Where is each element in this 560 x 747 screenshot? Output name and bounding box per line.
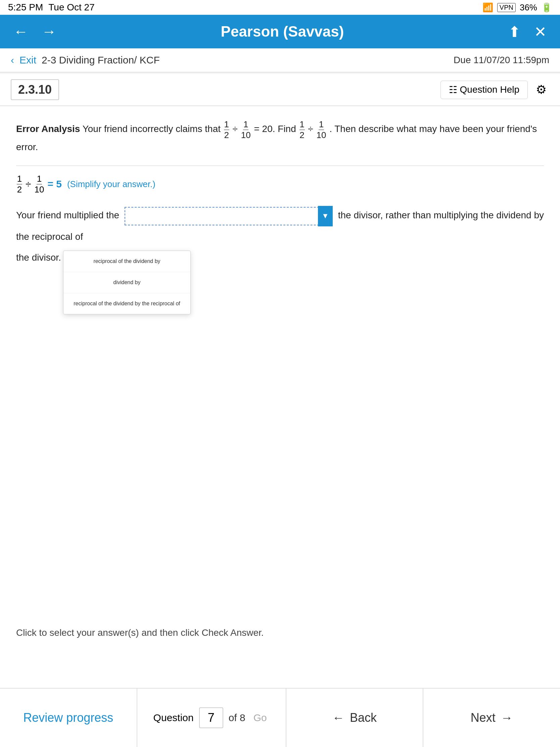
section-right[interactable]: ☷ Question Help ⚙: [441, 80, 549, 99]
frac4-den: 10: [316, 130, 326, 140]
question-number-input[interactable]: [199, 707, 223, 728]
eq-frac1-den: 2: [17, 184, 22, 195]
dropdown-container[interactable]: reciprocal of the dividend by dividend b…: [125, 206, 333, 227]
problem-statement: Error Analysis Your friend incorrectly c…: [16, 120, 544, 155]
fraction-2: 1 10: [241, 120, 251, 140]
eq-frac1: 1 2: [17, 174, 22, 194]
footer-nav: Review progress Question of 8 Go ← Back …: [0, 688, 560, 747]
eq-frac1-num: 1: [17, 174, 22, 184]
equals-20: = 20. Find: [254, 124, 296, 134]
dropdown-wrapper[interactable]: reciprocal of the dividend by dividend b…: [125, 205, 333, 226]
friend-suffix2: the divisor.: [16, 252, 61, 263]
dropdown-option-1[interactable]: reciprocal of the dividend by: [63, 251, 190, 272]
sub-nav: ‹ Exit 2-3 Dividing Fraction/ KCF Due 11…: [0, 48, 560, 73]
section-number: 2.3.10: [11, 79, 59, 100]
lesson-title: 2-3 Dividing Fraction/ KCF: [42, 54, 160, 66]
gear-icon: ⚙: [536, 83, 546, 96]
question-help-button[interactable]: ☷ Question Help: [441, 81, 528, 99]
frac4-num: 1: [319, 120, 324, 130]
fraction-4: 1 10: [316, 120, 326, 140]
eq-frac2-den: 10: [34, 184, 44, 195]
review-progress-button[interactable]: Review progress: [0, 689, 137, 747]
forward-button[interactable]: →: [39, 21, 59, 43]
next-button-footer[interactable]: Next →: [423, 689, 560, 747]
frac3-den: 2: [299, 130, 304, 140]
vpn-badge: VPN: [497, 3, 516, 12]
section-bar: 2.3.10 ☷ Question Help ⚙: [0, 74, 560, 106]
main-content: Error Analysis Your friend incorrectly c…: [0, 106, 560, 644]
next-label: Next: [471, 711, 496, 725]
settings-button[interactable]: ⚙: [533, 80, 549, 99]
of-label: of 8: [229, 712, 245, 723]
frac3-num: 1: [299, 120, 305, 130]
frac2-num: 1: [243, 120, 248, 130]
close-button[interactable]: ✕: [531, 21, 549, 43]
next-arrow-icon: →: [501, 711, 513, 725]
status-left: 5:25 PM Tue Oct 27: [8, 2, 95, 13]
nav-bar: ← → Pearson (Savvas) ⬆ ✕: [0, 15, 560, 48]
list-icon: ☷: [449, 84, 457, 95]
nav-right[interactable]: ⬆ ✕: [506, 21, 549, 43]
problem-text-1: Your friend incorrectly claims that: [83, 124, 220, 134]
equation-result: = 5: [47, 178, 62, 190]
frac2-den: 10: [241, 130, 251, 140]
answer-dropdown[interactable]: reciprocal of the dividend by dividend b…: [125, 207, 333, 225]
frac1-den: 2: [224, 130, 229, 140]
back-label: Back: [350, 711, 377, 725]
question-help-label: Question Help: [460, 84, 519, 95]
back-arrow-icon: ←: [332, 711, 344, 725]
instruction-text: Click to select your answer(s) and then …: [16, 627, 544, 638]
friend-prefix: Your friend multiplied the: [16, 210, 119, 220]
frac1-num: 1: [224, 120, 229, 130]
simplify-note: (Simplify your answer.): [67, 179, 156, 189]
question-label: Question: [154, 712, 194, 723]
exit-arrow-icon: ‹: [11, 54, 14, 66]
fraction-1: 1 2: [224, 120, 229, 140]
dropdown-list[interactable]: reciprocal of the dividend by dividend b…: [63, 251, 191, 314]
date: Tue Oct 27: [48, 2, 94, 13]
status-bar: 5:25 PM Tue Oct 27 📶 VPN 36% 🔋: [0, 0, 560, 15]
eq-frac2-num: 1: [36, 174, 42, 184]
fraction-3: 1 2: [299, 120, 305, 140]
time: 5:25 PM: [8, 2, 43, 13]
error-analysis-label: Error Analysis: [16, 124, 80, 134]
dropdown-option-2[interactable]: dividend by: [63, 272, 190, 293]
dropdown-option-3[interactable]: reciprocal of the dividend by the recipr…: [63, 293, 190, 314]
nav-left[interactable]: ← →: [11, 21, 59, 43]
dropdown-arrow-icon[interactable]: ▼: [318, 206, 333, 227]
divide-sign-2: ÷: [308, 124, 316, 134]
sub-nav-left[interactable]: ‹ Exit 2-3 Dividing Fraction/ KCF: [11, 54, 160, 66]
exit-label[interactable]: Exit: [20, 54, 36, 66]
divide-sign-1: ÷: [233, 124, 238, 134]
eq-frac2: 1 10: [34, 174, 44, 194]
battery-icon: 🔋: [541, 2, 552, 13]
battery-percent: 36%: [520, 2, 537, 13]
review-label: Review progress: [23, 711, 113, 725]
due-date: Due 11/07/20 11:59pm: [454, 55, 549, 66]
status-right: 📶 VPN 36% 🔋: [482, 2, 552, 13]
back-button-footer[interactable]: ← Back: [286, 689, 424, 747]
share-button[interactable]: ⬆: [506, 21, 524, 43]
nav-title: Pearson (Savvas): [59, 23, 506, 40]
eq-div-sign: ÷: [26, 178, 31, 190]
question-navigator: Question of 8 Go: [137, 689, 286, 747]
equation-line: 1 2 ÷ 1 10 = 5 (Simplify your answer.): [16, 165, 544, 194]
back-button[interactable]: ←: [11, 21, 31, 43]
instruction-block: Click to select your answer(s) and then …: [16, 627, 544, 644]
wifi-icon: 📶: [482, 2, 493, 13]
go-button[interactable]: Go: [251, 712, 270, 723]
